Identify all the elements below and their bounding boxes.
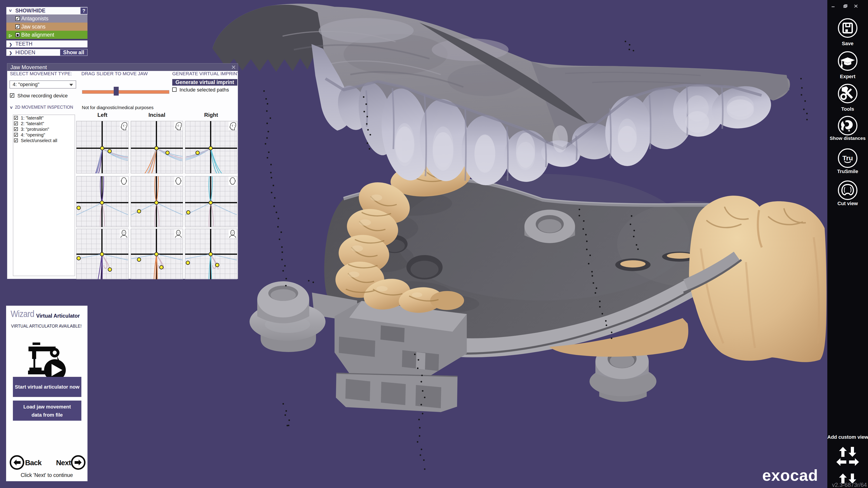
svg-text:Next: Next <box>56 459 71 467</box>
svg-text:Tru: Tru <box>842 154 853 162</box>
svg-text:Back: Back <box>25 459 42 467</box>
